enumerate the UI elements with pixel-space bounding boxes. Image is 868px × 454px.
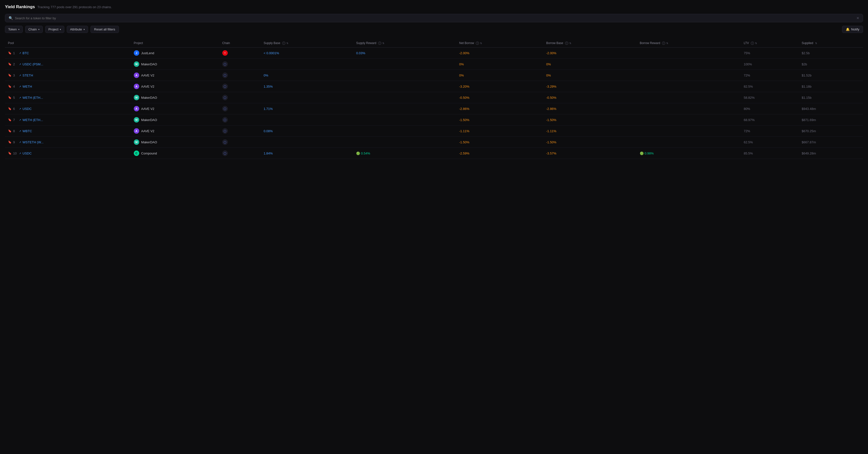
borrow-reward-value: [637, 59, 741, 70]
navigate-icon[interactable]: ↗: [19, 85, 21, 88]
col-supply-reward[interactable]: Supply Reward ?⇅: [353, 39, 456, 48]
token-name[interactable]: WETH: [23, 85, 32, 88]
eth-chain-icon: ⬡: [222, 117, 228, 122]
yield-table: Pool Project Chain Supply Base ?⇅ Supply…: [5, 39, 863, 159]
project-name: Compound: [141, 151, 157, 155]
bookmark-icon[interactable]: 🔖: [8, 51, 11, 55]
search-input[interactable]: [15, 16, 855, 20]
borrow-reward-value: [637, 81, 741, 92]
bookmark-icon[interactable]: 🔖: [8, 151, 11, 155]
navigate-icon[interactable]: ↗: [19, 119, 21, 121]
ltv-info-icon[interactable]: ?: [751, 41, 754, 45]
bookmark-icon[interactable]: 🔖: [8, 74, 11, 77]
supplied-value: $1.52b: [799, 70, 863, 81]
borrow-reward-info-icon[interactable]: ?: [662, 41, 665, 45]
supply-reward-info-icon[interactable]: ?: [378, 41, 381, 45]
token-name[interactable]: WETH (ETH...: [23, 96, 43, 100]
net-borrow-value: -2.86%: [456, 103, 543, 114]
col-net-borrow[interactable]: Net Borrow ?⇅: [456, 39, 543, 48]
notify-button[interactable]: 🔔 Notify: [842, 26, 863, 33]
ltv-value: 62.5%: [741, 137, 799, 148]
bookmark-icon[interactable]: 🔖: [8, 129, 11, 133]
ltv-value: 82.5%: [741, 81, 799, 92]
navigate-icon[interactable]: ↗: [19, 108, 21, 110]
token-name[interactable]: WBTC: [23, 129, 32, 133]
navigate-icon[interactable]: ↗: [19, 52, 21, 54]
project-name: AAVE V2: [141, 85, 154, 88]
navigate-icon[interactable]: ↗: [19, 141, 21, 144]
token-name[interactable]: WSTETH (W...: [23, 140, 43, 144]
row-rank: 3: [13, 74, 18, 77]
supplied-value: $2.5b: [799, 48, 863, 59]
col-borrow-base[interactable]: Borrow Base ?⇅: [543, 39, 637, 48]
chain-filter-button[interactable]: Chain ▾: [25, 26, 43, 33]
borrow-base-value: -1.50%: [543, 114, 637, 125]
project-logo: A: [134, 106, 139, 111]
bookmark-icon[interactable]: 🔖: [8, 140, 11, 144]
supply-base-value: [261, 59, 353, 70]
col-supply-base[interactable]: Supply Base ?⇅: [261, 39, 353, 48]
search-clear-icon[interactable]: ✕: [857, 16, 859, 20]
navigate-icon[interactable]: ↗: [19, 130, 21, 133]
col-project: Project: [131, 39, 219, 48]
table-row: 🔖 2 ↗ USDC (PSM... M MakerDAO ⬡ 0% 0% 10…: [5, 59, 863, 70]
borrow-base-info-icon[interactable]: ?: [565, 41, 568, 45]
bookmark-icon[interactable]: 🔖: [8, 107, 11, 110]
eth-chain-icon: ⬡: [222, 128, 228, 134]
borrow-base-value: -3.57%: [543, 148, 637, 159]
supplied-value: $871.69m: [799, 114, 863, 125]
token-name[interactable]: BTC: [23, 51, 29, 55]
navigate-icon[interactable]: ↗: [19, 152, 21, 155]
ltv-value: 68.97%: [741, 114, 799, 125]
net-borrow-info-icon[interactable]: ?: [476, 41, 479, 45]
net-borrow-value: -2.59%: [456, 148, 543, 159]
page-header: Yield Rankings Tracking 777 pools over 2…: [5, 4, 863, 9]
supplied-value: $1.18b: [799, 81, 863, 92]
borrow-reward-value: [637, 114, 741, 125]
supply-reward-value: 🟢 0.54%: [353, 148, 456, 159]
token-name[interactable]: STETH: [23, 74, 33, 77]
token-name[interactable]: WETH (ETH...: [23, 118, 43, 122]
table-row: 🔖 3 ↗ STETH A AAVE V2 ⬡ 0% 0% 0% 72% $1.…: [5, 70, 863, 81]
eth-chain-icon: ⬡: [222, 95, 228, 100]
col-borrow-reward[interactable]: Borrow Reward ?⇅: [637, 39, 741, 48]
row-rank: 10: [13, 151, 18, 155]
project-logo: M: [134, 61, 139, 67]
net-borrow-value: -1.50%: [456, 137, 543, 148]
col-supplied[interactable]: Supplied ⇅: [799, 39, 863, 48]
token-name[interactable]: USDC: [23, 107, 32, 111]
ltv-value: 80%: [741, 103, 799, 114]
eth-chain-icon: ⬡: [222, 139, 228, 145]
reset-filters-button[interactable]: Reset all filters: [91, 26, 119, 33]
row-rank: 1: [13, 51, 18, 55]
borrow-base-value: -2.00%: [543, 48, 637, 59]
bookmark-icon[interactable]: 🔖: [8, 118, 11, 121]
project-logo: M: [134, 139, 139, 145]
navigate-icon[interactable]: ↗: [19, 74, 21, 77]
attribute-filter-button[interactable]: Attribute ▾: [67, 26, 88, 33]
supply-reward-value: [353, 125, 456, 137]
row-rank: 2: [13, 62, 18, 66]
bookmark-icon[interactable]: 🔖: [8, 62, 11, 66]
bookmark-icon[interactable]: 🔖: [8, 96, 11, 99]
supply-base-value: [261, 114, 353, 125]
notify-label: Notify: [851, 27, 859, 31]
ltv-value: 100%: [741, 59, 799, 70]
table-row: 🔖 9 ↗ WSTETH (W... M MakerDAO ⬡ -1.50% -…: [5, 137, 863, 148]
bookmark-icon[interactable]: 🔖: [8, 85, 11, 88]
supply-base-info-icon[interactable]: ?: [282, 41, 285, 45]
token-name[interactable]: USDC (PSM...: [23, 62, 43, 66]
navigate-icon[interactable]: ↗: [19, 96, 21, 99]
token-filter-button[interactable]: Token ▾: [5, 26, 23, 33]
col-ltv[interactable]: LTV ?⇅: [741, 39, 799, 48]
search-bar: 🔍 ✕: [5, 14, 863, 22]
net-borrow-value: 0%: [456, 70, 543, 81]
token-name[interactable]: USDC: [23, 151, 32, 155]
navigate-icon[interactable]: ↗: [19, 63, 21, 65]
borrow-reward-value: [637, 48, 741, 59]
net-borrow-value: -0.50%: [456, 92, 543, 103]
net-borrow-value: -1.50%: [456, 114, 543, 125]
bell-icon: 🔔: [846, 27, 850, 31]
project-filter-button[interactable]: Project ▾: [45, 26, 64, 33]
table-row: 🔖 4 ↗ WETH A AAVE V2 ⬡ 1.35% -3.20% -3.2…: [5, 81, 863, 92]
